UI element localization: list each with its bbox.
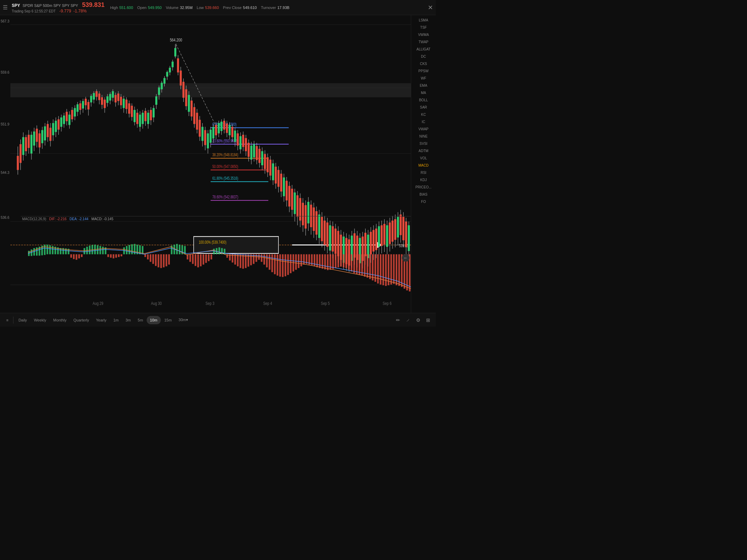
sidebar-item-boll[interactable]: BOLL — [411, 96, 436, 104]
svg-rect-48 — [41, 130, 43, 143]
svg-rect-351 — [97, 245, 99, 254]
svg-rect-341 — [70, 254, 72, 258]
sidebar-item-wf[interactable]: WF — [411, 75, 436, 82]
sidebar-item-cks[interactable]: CKS — [411, 60, 436, 67]
svg-text:Sep 3: Sep 3 — [205, 301, 214, 306]
sidebar-item-vol[interactable]: VOL — [411, 155, 436, 162]
svg-rect-388 — [195, 254, 196, 266]
macd-chart: 1.564 0.946 0.328 0.290 -0.908 -1.526 -2… — [21, 216, 411, 299]
sidebar-item-alligat[interactable]: ALLIGAT — [411, 46, 436, 53]
sidebar-item-kdj[interactable]: KDJ — [411, 176, 436, 184]
svg-rect-443 — [340, 254, 342, 267]
svg-rect-200 — [248, 143, 250, 157]
svg-rect-376 — [163, 254, 165, 268]
svg-rect-469 — [409, 254, 411, 292]
svg-rect-392 — [205, 254, 207, 263]
svg-rect-88 — [95, 91, 98, 97]
price-label-top: 567.3 — [1, 19, 9, 23]
svg-rect-66 — [66, 112, 68, 121]
sidebar-toggle-button[interactable]: ≡ — [3, 316, 12, 324]
svg-rect-170 — [207, 133, 209, 148]
sidebar-item-sar[interactable]: SAR — [411, 104, 436, 111]
separator-1 — [13, 317, 13, 324]
stat-volume: Volume 32.95M — [166, 6, 192, 10]
svg-rect-419 — [277, 254, 278, 276]
menu-icon[interactable]: ☰ — [3, 4, 8, 11]
svg-rect-80 — [85, 99, 87, 105]
sidebar-item-vwap[interactable]: VWAP — [411, 125, 436, 133]
svg-rect-152 — [183, 82, 185, 98]
close-button[interactable]: ✕ — [428, 4, 433, 11]
timeframe-1m-button[interactable]: 1m — [110, 316, 122, 324]
line-icon-button[interactable]: ⟋ — [403, 316, 413, 324]
svg-rect-190 — [234, 131, 236, 142]
timeframe-monthly-button[interactable]: Monthly — [50, 316, 70, 324]
timeframe-daily-button[interactable]: Daily — [15, 316, 30, 324]
right-sidebar: LSMA TSF VWMA TWAP ALLIGAT DC CKS PPSW W… — [411, 15, 436, 313]
sidebar-item-kc[interactable]: KC — [411, 111, 436, 118]
sidebar-item-fo[interactable]: FO — [411, 198, 436, 205]
timeframe-10m-button[interactable]: 10m — [147, 316, 161, 324]
sidebar-item-lsma[interactable]: LSMA — [411, 17, 436, 24]
svg-rect-210 — [261, 151, 263, 165]
svg-rect-343 — [76, 254, 77, 260]
svg-rect-377 — [166, 254, 167, 267]
svg-rect-116 — [133, 110, 136, 122]
svg-rect-224 — [280, 174, 282, 192]
svg-rect-382 — [179, 245, 181, 254]
svg-rect-405 — [240, 254, 241, 268]
sidebar-item-priceo[interactable]: PRICEO... — [411, 184, 436, 191]
sidebar-item-dc[interactable]: DC — [411, 53, 436, 60]
svg-text:78.60% (542.8837): 78.60% (542.8837) — [212, 195, 238, 199]
sidebar-item-nine[interactable]: NINE — [411, 133, 436, 140]
sidebar-item-svsi[interactable]: SVSI — [411, 140, 436, 147]
svg-rect-92 — [101, 97, 103, 105]
sidebar-item-rsi[interactable]: RSI — [411, 169, 436, 176]
macd-collapse-button[interactable]: ← — [402, 254, 409, 262]
timeframe-15m-button[interactable]: 15m — [161, 316, 175, 324]
timeframe-5m-button[interactable]: 5m — [134, 316, 146, 324]
timeframe-yearly-button[interactable]: Yearly — [93, 316, 110, 324]
sidebar-item-vwma[interactable]: VWMA — [411, 31, 436, 38]
svg-rect-424 — [290, 254, 292, 273]
grid-icon-button[interactable]: ⊞ — [423, 316, 433, 324]
timeframe-30m-button[interactable]: 30m▾ — [175, 316, 191, 324]
settings-icon-button[interactable]: ⚙ — [413, 316, 423, 324]
svg-rect-130 — [153, 108, 155, 118]
stat-high: High 551.600 — [110, 6, 133, 10]
sidebar-item-twap[interactable]: TWAP — [411, 38, 436, 46]
trading-time: Trading Sep 6 12:55:27 EDT -9.779 -1.78% — [12, 9, 104, 13]
svg-rect-393 — [208, 254, 210, 261]
timeframe-3m-button[interactable]: 3m — [122, 316, 134, 324]
svg-rect-208 — [258, 149, 260, 163]
svg-rect-236 — [296, 195, 298, 217]
svg-rect-413 — [261, 254, 262, 262]
svg-rect-333 — [49, 245, 51, 254]
stat-turnover: Turnover 17.93B — [261, 6, 289, 10]
sidebar-item-ppsw[interactable]: PPSW — [411, 67, 436, 75]
sidebar-item-macd[interactable]: MACD — [411, 162, 436, 169]
svg-rect-62 — [60, 118, 62, 127]
svg-rect-142 — [169, 68, 171, 73]
svg-rect-188 — [231, 127, 233, 137]
svg-rect-86 — [93, 93, 95, 100]
svg-rect-106 — [120, 97, 122, 105]
sidebar-item-ma[interactable]: MA — [411, 89, 436, 96]
svg-rect-394 — [211, 254, 212, 260]
svg-rect-128 — [150, 110, 152, 120]
chart-area: 567.3 559.6 551.9 544.3 536.6 — [0, 15, 411, 313]
sidebar-item-bias[interactable]: BIAS — [411, 191, 436, 198]
sidebar-item-adtm[interactable]: ADTM — [411, 147, 436, 155]
sidebar-item-tsf[interactable]: TSF — [411, 24, 436, 31]
sidebar-item-ic[interactable]: IC — [411, 118, 436, 125]
timeframe-weekly-button[interactable]: Weekly — [30, 316, 50, 324]
svg-rect-446 — [348, 254, 350, 270]
svg-text:38.20% (548.8184): 38.20% (548.8184) — [212, 152, 238, 157]
svg-rect-334 — [52, 246, 54, 254]
svg-rect-30 — [17, 156, 19, 170]
draw-icon-button[interactable]: ✏ — [393, 316, 403, 324]
sidebar-item-ema[interactable]: EMA — [411, 82, 436, 89]
svg-rect-433 — [314, 254, 315, 267]
timeframe-quarterly-button[interactable]: Quarterly — [70, 316, 92, 324]
macd-title-label: MACD(12,26,9) DIF: -2.216 DEA: -2.144 MA… — [22, 217, 113, 221]
